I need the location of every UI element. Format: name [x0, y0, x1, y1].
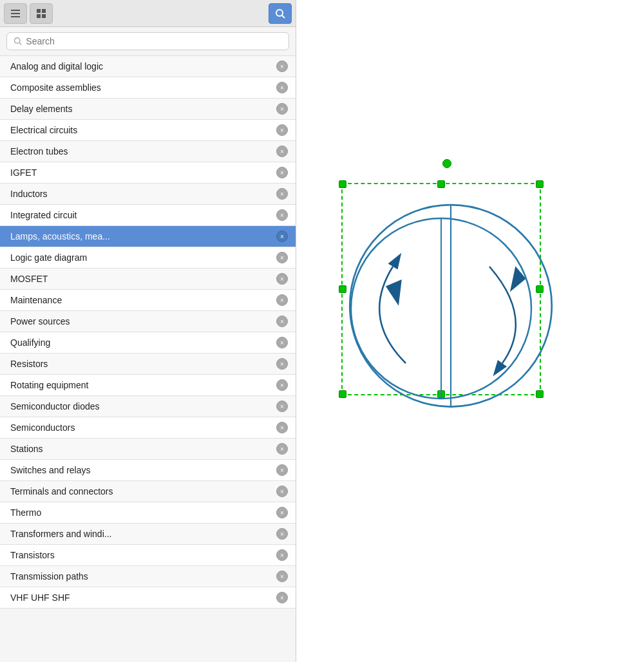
category-item[interactable]: Semiconductors× — [0, 417, 296, 439]
category-remove-button[interactable]: × — [276, 103, 288, 115]
category-name: Stations — [10, 444, 276, 454]
category-remove-button[interactable]: × — [276, 528, 288, 540]
category-remove-button[interactable]: × — [276, 464, 288, 476]
category-remove-button[interactable]: × — [276, 82, 288, 93]
category-item[interactable]: Rotating equipment× — [0, 375, 296, 396]
category-name: Transmission paths — [10, 571, 276, 582]
category-remove-button[interactable]: × — [276, 61, 288, 72]
search-magnifier-icon — [14, 37, 22, 46]
svg-rect-3 — [37, 9, 41, 13]
category-remove-button[interactable]: × — [276, 188, 288, 200]
category-name: Resistors — [10, 359, 276, 369]
grid-view-button[interactable] — [30, 3, 53, 24]
category-remove-button[interactable]: × — [276, 167, 288, 178]
category-item[interactable]: Terminals and connectors× — [0, 481, 296, 502]
category-name: Transistors — [10, 550, 276, 560]
category-item[interactable]: Maintenance× — [0, 290, 296, 311]
category-item[interactable]: MOSFET× — [0, 269, 296, 290]
svg-rect-0 — [11, 10, 20, 11]
category-item[interactable]: Stations× — [0, 439, 296, 460]
category-name: Electron tubes — [10, 146, 276, 156]
category-item[interactable]: Inductors× — [0, 184, 296, 205]
diagram-main-svg — [341, 189, 541, 428]
category-name: Electrical circuits — [10, 125, 276, 135]
category-name: Lamps, acoustics, mea... — [10, 231, 276, 241]
category-item[interactable]: Logic gate diagram× — [0, 247, 296, 269]
category-item[interactable]: Transistors× — [0, 545, 296, 566]
category-remove-button[interactable]: × — [276, 379, 288, 391]
category-item[interactable]: Switches and relays× — [0, 460, 296, 481]
category-item[interactable]: Transmission paths× — [0, 566, 296, 587]
left-panel: Analog and digital logic×Composite assem… — [0, 0, 296, 662]
category-item[interactable]: Composite assemblies× — [0, 77, 296, 99]
toolbar — [0, 0, 296, 27]
category-name: Qualifying — [10, 337, 276, 348]
category-item[interactable]: Analog and digital logic× — [0, 56, 296, 77]
category-name: Inductors — [10, 189, 276, 199]
category-list: Analog and digital logic×Composite assem… — [0, 56, 296, 662]
svg-rect-6 — [42, 14, 46, 18]
category-remove-button[interactable]: × — [276, 124, 288, 136]
category-item[interactable]: Power sources× — [0, 311, 296, 332]
right-panel — [296, 0, 644, 662]
category-name: Logic gate diagram — [10, 252, 276, 263]
category-name: Delay elements — [10, 104, 276, 114]
category-remove-button[interactable]: × — [276, 486, 288, 497]
category-name: Integrated circuit — [10, 210, 276, 220]
search-toggle-button[interactable] — [269, 3, 292, 24]
category-item[interactable]: IGFET× — [0, 162, 296, 184]
category-name: Thermo — [10, 507, 276, 518]
category-name: Maintenance — [10, 295, 276, 305]
category-name: Rotating equipment — [10, 380, 276, 390]
category-remove-button[interactable]: × — [276, 252, 288, 263]
category-item[interactable]: Resistors× — [0, 354, 296, 375]
svg-rect-5 — [37, 14, 41, 18]
handle-rotate[interactable] — [442, 159, 451, 168]
category-item[interactable]: Delay elements× — [0, 99, 296, 120]
category-remove-button[interactable]: × — [276, 549, 288, 561]
svg-point-7 — [276, 10, 283, 16]
search-container — [0, 27, 296, 56]
search-box — [6, 32, 289, 50]
diagram-wrapper[interactable] — [341, 170, 560, 428]
svg-point-9 — [14, 38, 20, 44]
category-item[interactable]: Qualifying× — [0, 332, 296, 354]
category-remove-button[interactable]: × — [276, 209, 288, 221]
category-name: MOSFET — [10, 274, 276, 284]
list-view-button[interactable] — [4, 3, 27, 24]
category-name: Transformers and windi... — [10, 529, 276, 539]
category-name: Terminals and connectors — [10, 486, 276, 497]
category-remove-button[interactable]: × — [276, 231, 288, 242]
category-remove-button[interactable]: × — [276, 571, 288, 582]
svg-line-8 — [282, 15, 285, 18]
category-name: Semiconductor diodes — [10, 401, 276, 411]
category-item[interactable]: Semiconductor diodes× — [0, 396, 296, 417]
svg-rect-1 — [11, 13, 20, 14]
category-remove-button[interactable]: × — [276, 146, 288, 157]
category-remove-button[interactable]: × — [276, 337, 288, 348]
category-item[interactable]: Integrated circuit× — [0, 205, 296, 226]
category-item[interactable]: Lamps, acoustics, mea...× — [0, 226, 296, 247]
category-remove-button[interactable]: × — [276, 316, 288, 327]
category-item[interactable]: Transformers and windi...× — [0, 524, 296, 545]
category-remove-button[interactable]: × — [276, 422, 288, 433]
category-remove-button[interactable]: × — [276, 401, 288, 412]
category-remove-button[interactable]: × — [276, 507, 288, 518]
category-remove-button[interactable]: × — [276, 358, 288, 370]
category-item[interactable]: VHF UHF SHF× — [0, 587, 296, 609]
category-name: VHF UHF SHF — [10, 592, 276, 603]
category-item[interactable]: Electrical circuits× — [0, 120, 296, 141]
search-icon — [274, 8, 286, 19]
category-remove-button[interactable]: × — [276, 592, 288, 603]
category-remove-button[interactable]: × — [276, 273, 288, 285]
search-input[interactable] — [26, 36, 282, 46]
category-name: IGFET — [10, 167, 276, 178]
category-name: Semiconductors — [10, 422, 276, 433]
category-remove-button[interactable]: × — [276, 443, 288, 455]
category-remove-button[interactable]: × — [276, 294, 288, 306]
svg-line-10 — [19, 43, 21, 44]
category-item[interactable]: Electron tubes× — [0, 141, 296, 162]
grid-view-icon — [35, 8, 47, 19]
category-item[interactable]: Thermo× — [0, 502, 296, 524]
svg-rect-2 — [11, 16, 20, 17]
